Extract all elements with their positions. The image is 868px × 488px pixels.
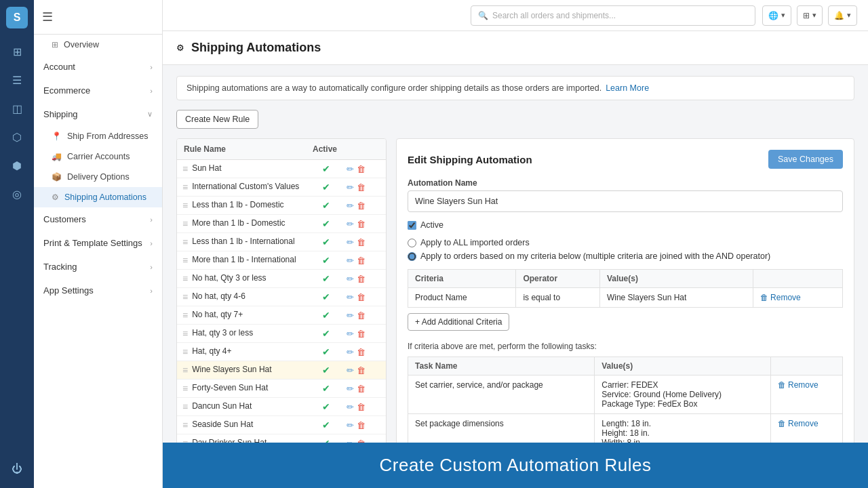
edit-icon[interactable]: ✏ <box>347 201 354 211</box>
table-row[interactable]: ≡ Seaside Sun Hat ✔ ✏ 🗑 <box>177 416 386 434</box>
active-cell: ✔ <box>306 218 347 229</box>
dashboard-icon[interactable]: ⊞ <box>5 39 29 64</box>
sidebar-item-shipping-automations[interactable]: ⚙ Shipping Automations <box>34 187 162 207</box>
reports-icon[interactable]: ⬡ <box>5 125 29 149</box>
table-row[interactable]: ≡ No hat, qty 7+ ✔ ✏ 🗑 <box>177 306 386 325</box>
orders-icon[interactable]: ☰ <box>5 68 29 92</box>
automation-name-input[interactable] <box>408 190 843 212</box>
drag-handle-icon: ≡ <box>182 420 188 430</box>
edit-icon[interactable]: ✏ <box>347 347 354 357</box>
table-row[interactable]: ≡ International Custom's Values ✔ ✏ 🗑 <box>177 178 386 197</box>
sidebar-item-account[interactable]: Account › <box>34 55 162 79</box>
drag-handle-icon: ≡ <box>182 218 188 229</box>
sidebar-item-customers[interactable]: Customers › <box>34 207 162 231</box>
table-row[interactable]: ≡ Day Drinker Sun Hat ✔ ✏ 🗑 <box>177 434 386 443</box>
notifications-icon[interactable]: ◎ <box>5 182 29 206</box>
delete-icon[interactable]: 🗑 <box>357 237 366 247</box>
rule-name-cell: Sun Hat <box>192 163 306 174</box>
active-cell: ✔ <box>306 163 347 174</box>
remove-task-1-link[interactable]: 🗑 Remove <box>778 380 818 390</box>
delete-icon[interactable]: 🗑 <box>357 402 366 412</box>
sidebar-item-delivery-options[interactable]: 📦 Delivery Options <box>34 167 162 187</box>
table-row[interactable]: ≡ Sun Hat ✔ ✏ 🗑 <box>177 160 386 178</box>
delivery-label: Delivery Options <box>67 172 130 182</box>
radio-criteria-input[interactable] <box>408 252 416 261</box>
sidebar-item-ecommerce[interactable]: Ecommerce › <box>34 79 162 102</box>
products-icon[interactable]: ◫ <box>5 96 29 121</box>
add-criteria-button[interactable]: + Add Additional Criteria <box>408 313 509 331</box>
radio-criteria-label: Apply to orders based on my criteria bel… <box>420 251 770 261</box>
save-changes-button[interactable]: Save Changes <box>768 150 843 169</box>
search-bar[interactable]: 🔍 Search all orders and shipments... <box>471 5 755 26</box>
delete-icon[interactable]: 🗑 <box>357 384 366 394</box>
hamburger-icon[interactable]: ☰ <box>42 9 53 24</box>
edit-icon[interactable]: ✏ <box>347 274 354 284</box>
radio-all-input[interactable] <box>408 239 416 247</box>
delete-icon[interactable]: 🗑 <box>357 292 366 302</box>
header-actions <box>345 144 379 154</box>
drag-handle-icon: ≡ <box>182 237 188 247</box>
remove-task-2-link[interactable]: 🗑 Remove <box>778 419 818 428</box>
table-row[interactable]: ≡ More than 1 lb - Domestic ✔ ✏ 🗑 <box>177 215 386 233</box>
delete-icon[interactable]: 🗑 <box>357 274 366 284</box>
power-icon[interactable]: ⏻ <box>5 457 29 481</box>
sidebar-item-print-template[interactable]: Print & Template Settings › <box>34 231 162 255</box>
sidebar-item-shipping[interactable]: Shipping ∨ <box>34 102 162 126</box>
sidebar-item-ship-from[interactable]: 📍 Ship From Addresses <box>34 126 162 146</box>
sidebar-item-overview[interactable]: ⊞ Overview <box>34 35 162 55</box>
integrations-icon[interactable]: ⬢ <box>5 153 29 178</box>
table-row[interactable]: ≡ Hat, qty 4+ ✔ ✏ 🗑 <box>177 343 386 361</box>
edit-icon[interactable]: ✏ <box>347 164 354 174</box>
table-row[interactable]: ≡ Less than 1 lb - Domestic ✔ ✏ 🗑 <box>177 197 386 215</box>
table-row[interactable]: ≡ Forty-Seven Sun Hat ✔ ✏ 🗑 <box>177 380 386 398</box>
delete-icon[interactable]: 🗑 <box>357 420 366 430</box>
delete-icon[interactable]: 🗑 <box>357 201 366 211</box>
row-actions: ✏ 🗑 <box>347 201 380 211</box>
edit-icon[interactable]: ✏ <box>347 402 354 412</box>
active-cell: ✔ <box>306 291 347 302</box>
edit-icon[interactable]: ✏ <box>347 329 354 339</box>
delete-icon[interactable]: 🗑 <box>357 310 366 321</box>
create-new-rule-button[interactable]: Create New Rule <box>176 110 258 129</box>
table-row[interactable]: ≡ No hat, qty 4-6 ✔ ✏ 🗑 <box>177 288 386 306</box>
sidebar-item-carrier-accounts[interactable]: 🚚 Carrier Accounts <box>34 146 162 167</box>
edit-icon[interactable]: ✏ <box>347 310 354 321</box>
delete-icon[interactable]: 🗑 <box>357 182 366 192</box>
check-icon: ✔ <box>322 346 330 357</box>
table-row[interactable]: ≡ No hat, Qty 3 or less ✔ ✏ 🗑 <box>177 270 386 288</box>
active-checkbox[interactable] <box>408 221 416 230</box>
delete-icon[interactable]: 🗑 <box>357 347 366 357</box>
sidebar-item-app-settings[interactable]: App Settings › <box>34 279 162 302</box>
rule-name-cell: More than 1 lb - Domestic <box>192 218 306 229</box>
table-row[interactable]: ≡ Dancun Sun Hat ✔ ✏ 🗑 <box>177 398 386 416</box>
layout-btn[interactable]: ⊞ ▾ <box>797 5 823 26</box>
learn-more-link[interactable]: Learn More <box>606 83 649 93</box>
delete-icon[interactable]: 🗑 <box>357 329 366 339</box>
table-row[interactable]: ≡ Hat, qty 3 or less ✔ ✏ 🗑 <box>177 325 386 343</box>
table-row[interactable]: ≡ Wine Slayers Sun Hat ✔ ✏ 🗑 <box>177 361 386 380</box>
edit-icon[interactable]: ✏ <box>347 365 354 375</box>
delete-icon[interactable]: 🗑 <box>357 256 366 266</box>
search-icon: 🔍 <box>478 11 488 20</box>
edit-icon[interactable]: ✏ <box>347 182 354 192</box>
delete-icon[interactable]: 🗑 <box>357 219 366 229</box>
edit-icon[interactable]: ✏ <box>347 219 354 229</box>
active-cell: ✔ <box>306 237 347 247</box>
delete-icon[interactable]: 🗑 <box>357 164 366 174</box>
customers-chevron-icon: › <box>150 216 153 224</box>
notifications-btn[interactable]: 🔔 ▾ <box>828 5 857 26</box>
edit-icon[interactable]: ✏ <box>347 237 354 247</box>
row-actions: ✏ 🗑 <box>347 256 380 266</box>
delete-icon[interactable]: 🗑 <box>357 365 366 375</box>
edit-icon[interactable]: ✏ <box>347 420 354 430</box>
remove-criteria-link[interactable]: 🗑 Remove <box>760 293 801 302</box>
table-row[interactable]: ≡ More than 1 lb - International ✔ ✏ 🗑 <box>177 251 386 270</box>
sidebar-item-tracking[interactable]: Tracking › <box>34 255 162 279</box>
tracking-label: Tracking <box>43 262 77 272</box>
edit-icon[interactable]: ✏ <box>347 384 354 394</box>
edit-icon[interactable]: ✏ <box>347 292 354 302</box>
edit-icon[interactable]: ✏ <box>347 256 354 266</box>
table-row[interactable]: ≡ Less than 1 lb - International ✔ ✏ 🗑 <box>177 233 386 251</box>
language-btn[interactable]: 🌐 ▾ <box>762 5 791 26</box>
page-header: ⚙ Shipping Automations <box>163 31 868 65</box>
